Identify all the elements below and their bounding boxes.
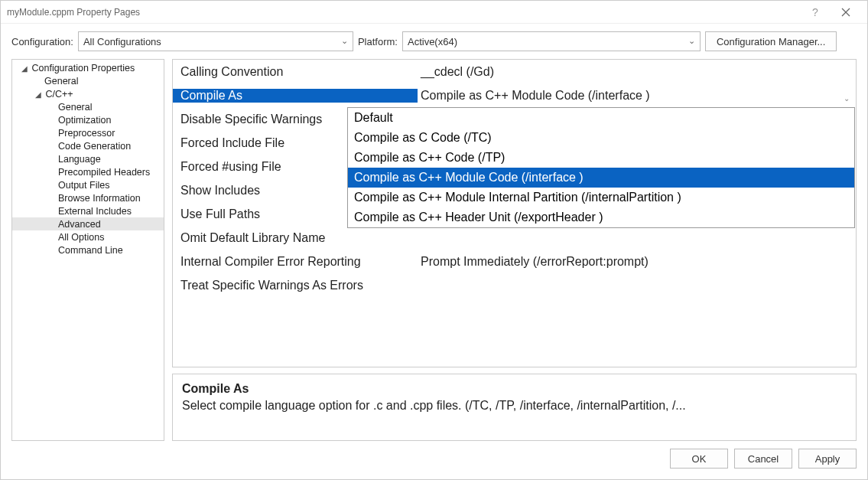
tree-item-code-generation[interactable]: Code Generation xyxy=(12,139,164,152)
dialog-body: ◢ Configuration Properties General ◢ C/C… xyxy=(1,59,867,441)
chevron-down-icon: ⌄ xyxy=(844,94,850,103)
prop-label: Internal Compiler Error Reporting xyxy=(173,255,418,269)
configuration-value: All Configurations xyxy=(83,36,161,47)
ok-button[interactable]: OK xyxy=(670,449,728,469)
platform-value: Active(x64) xyxy=(408,36,457,47)
prop-value[interactable]: __cdecl (/Gd) xyxy=(418,65,856,79)
tree-ccpp[interactable]: ◢ C/C++ xyxy=(12,87,164,100)
prop-label: Compile As xyxy=(173,89,418,103)
dropdown-option[interactable]: Compile as C++ Header Unit (/exportHeade… xyxy=(348,207,854,227)
prop-label: Omit Default Library Name xyxy=(173,231,418,245)
prop-label: Calling Convention xyxy=(173,65,418,79)
main-panel: Calling Convention__cdecl (/Gd)Compile A… xyxy=(172,59,857,441)
prop-label: Treat Specific Warnings As Errors xyxy=(173,279,418,292)
property-grid[interactable]: Calling Convention__cdecl (/Gd)Compile A… xyxy=(172,59,857,367)
tree-item-general[interactable]: General xyxy=(12,100,164,113)
description-title: Compile As xyxy=(182,382,847,396)
nav-tree[interactable]: ◢ Configuration Properties General ◢ C/C… xyxy=(11,59,164,441)
close-button[interactable] xyxy=(831,2,861,23)
config-toolbar: Configuration: All Configurations ⌄ Plat… xyxy=(1,24,867,59)
tree-item-advanced[interactable]: Advanced xyxy=(12,217,164,230)
tree-root[interactable]: ◢ Configuration Properties xyxy=(12,61,164,74)
dropdown-option[interactable]: Compile as C Code (/TC) xyxy=(348,128,854,148)
titlebar: myModule.cppm Property Pages ? xyxy=(1,1,867,24)
prop-row[interactable]: Omit Default Library Name xyxy=(173,226,856,250)
configuration-combo[interactable]: All Configurations ⌄ xyxy=(78,31,353,51)
chevron-down-icon: ⌄ xyxy=(688,36,695,46)
dialog-footer: OK Cancel Apply xyxy=(1,441,867,479)
tree-item-precompiled-headers[interactable]: Precompiled Headers xyxy=(12,165,164,178)
compile-as-dropdown[interactable]: DefaultCompile as C Code (/TC)Compile as… xyxy=(347,107,855,228)
dropdown-option[interactable]: Default xyxy=(348,108,854,128)
prop-row[interactable]: Treat Specific Warnings As Errors xyxy=(173,273,856,297)
expander-icon: ◢ xyxy=(21,64,29,73)
chevron-down-icon: ⌄ xyxy=(341,36,348,46)
window-title: myModule.cppm Property Pages xyxy=(7,7,800,18)
tree-item-external-includes[interactable]: External Includes xyxy=(12,204,164,217)
dropdown-option[interactable]: Compile as C++ Module Internal Partition… xyxy=(348,188,854,207)
tree-item-command-line[interactable]: Command Line xyxy=(12,243,164,256)
configuration-manager-button[interactable]: Configuration Manager... xyxy=(705,31,837,51)
tree-item-optimization[interactable]: Optimization xyxy=(12,113,164,126)
dropdown-option[interactable]: Compile as C++ Code (/TP) xyxy=(348,148,854,168)
platform-combo[interactable]: Active(x64) ⌄ xyxy=(402,31,701,51)
property-pages-dialog: myModule.cppm Property Pages ? Configura… xyxy=(0,0,868,480)
tree-item-preprocessor[interactable]: Preprocessor xyxy=(12,126,164,139)
tree-item-language[interactable]: Language xyxy=(12,152,164,165)
apply-button[interactable]: Apply xyxy=(798,449,857,469)
dropdown-option[interactable]: Compile as C++ Module Code (/interface ) xyxy=(348,168,854,188)
platform-label: Platform: xyxy=(358,36,398,47)
tree-general[interactable]: General xyxy=(12,74,164,87)
expander-icon: ◢ xyxy=(35,90,43,99)
configuration-label: Configuration: xyxy=(11,36,73,47)
description-panel: Compile As Select compile language optio… xyxy=(172,374,857,441)
tree-item-all-options[interactable]: All Options xyxy=(12,230,164,243)
tree-item-browse-information[interactable]: Browse Information xyxy=(12,191,164,204)
prop-row[interactable]: Internal Compiler Error ReportingPrompt … xyxy=(173,250,856,273)
prop-row[interactable]: Compile AsCompile as C++ Module Code (/i… xyxy=(173,83,856,107)
tree-item-output-files[interactable]: Output Files xyxy=(12,178,164,191)
help-button[interactable]: ? xyxy=(800,2,831,23)
prop-row[interactable]: Calling Convention__cdecl (/Gd) xyxy=(173,60,856,83)
prop-value[interactable]: Compile as C++ Module Code (/interface )… xyxy=(418,89,856,103)
description-text: Select compile language option for .c an… xyxy=(182,399,847,413)
close-icon xyxy=(841,8,850,17)
prop-value[interactable]: Prompt Immediately (/errorReport:prompt) xyxy=(418,255,856,269)
cancel-button[interactable]: Cancel xyxy=(734,449,792,469)
